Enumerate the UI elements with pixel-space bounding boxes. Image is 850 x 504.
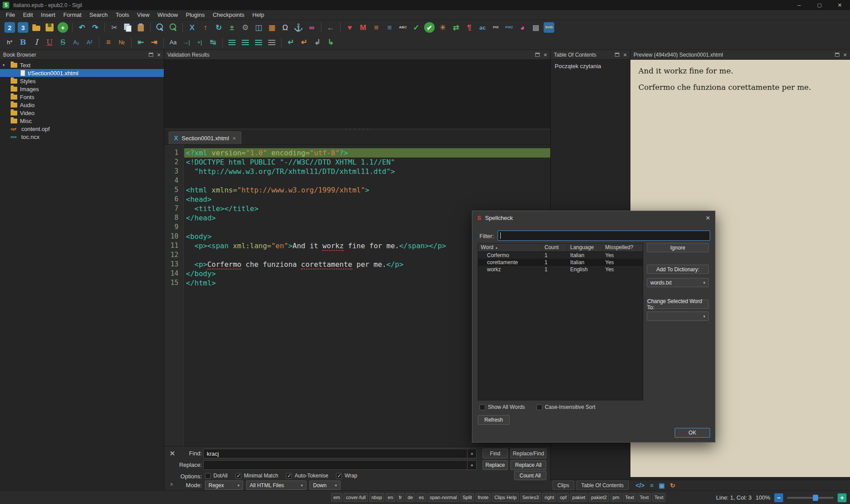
clip-button-nbsp[interactable]: nbsp bbox=[369, 493, 384, 502]
svg-icon[interactable]: SVG bbox=[544, 22, 554, 33]
checkbox-dotall[interactable]: DotAll bbox=[205, 473, 228, 479]
undock-panel-icon[interactable] bbox=[149, 53, 153, 57]
bullet-list-icon[interactable]: ≡ bbox=[102, 36, 115, 49]
checkbox-case-insensitive-sort[interactable]: Case-Insensitive Sort bbox=[537, 404, 595, 410]
zoom-slider[interactable] bbox=[787, 497, 834, 499]
mailing-list-icon[interactable]: M bbox=[357, 21, 369, 34]
menu-file[interactable]: File bbox=[2, 12, 19, 18]
clip-button-em[interactable]: em bbox=[331, 493, 342, 502]
find-history-dropdown-icon[interactable] bbox=[467, 449, 476, 458]
undo-icon[interactable]: ↶ bbox=[76, 21, 88, 34]
menu-window[interactable]: Window bbox=[154, 12, 182, 18]
undock-panel-icon[interactable] bbox=[835, 53, 839, 57]
maximize-icon[interactable] bbox=[809, 0, 830, 10]
insert-cursor-icon[interactable]: +| bbox=[193, 36, 206, 49]
wrap-return-alt-icon[interactable]: ↵ bbox=[298, 36, 310, 49]
metadata-editor-icon[interactable]: ≡ bbox=[383, 21, 396, 34]
close-panel-icon[interactable] bbox=[157, 52, 161, 58]
copy-icon[interactable] bbox=[121, 21, 134, 34]
checkbox-wrap[interactable]: Wrap bbox=[336, 473, 357, 479]
subscript-icon[interactable]: A₂ bbox=[70, 36, 82, 49]
clip-button-text[interactable]: Text bbox=[652, 493, 665, 502]
fix2-code-icon[interactable]: FIX2 bbox=[503, 21, 515, 34]
minimize-icon[interactable] bbox=[789, 0, 809, 10]
clip-button-text[interactable]: Text bbox=[638, 493, 651, 502]
find-input[interactable] bbox=[203, 449, 477, 458]
add-to-dictionary-button[interactable]: Add To Dictionary: bbox=[647, 265, 709, 274]
clip-button-right[interactable]: right bbox=[542, 493, 556, 502]
clip-button-opf[interactable]: opf bbox=[557, 493, 568, 502]
split-view-icon[interactable]: ◫ bbox=[252, 21, 265, 34]
replace-find-button[interactable]: Replace/Find bbox=[510, 449, 546, 458]
count-all-button[interactable]: Count All bbox=[514, 471, 546, 480]
replace-history-dropdown-icon[interactable] bbox=[467, 461, 476, 469]
copy-page-icon[interactable]: ▣ bbox=[659, 482, 665, 489]
book-browser-item-styles[interactable]: Styles bbox=[0, 77, 164, 85]
clip-button-fnote[interactable]: fnote bbox=[475, 493, 491, 502]
open-file-icon[interactable] bbox=[30, 21, 42, 34]
new-epub3-icon[interactable]: 3 bbox=[18, 22, 28, 33]
change-word-combo[interactable] bbox=[647, 312, 709, 321]
book-browser-item-images[interactable]: Images bbox=[0, 85, 164, 93]
clip-button-clips-help[interactable]: Clips Help bbox=[492, 493, 519, 502]
uuid-icon[interactable]: ▩ bbox=[529, 21, 542, 34]
toc-item-pocz-tek-czytania[interactable]: Początek czytania bbox=[551, 60, 630, 73]
find-replace-icon[interactable] bbox=[167, 21, 179, 34]
dock-tab-table-of-contents[interactable]: Table Of Contents bbox=[576, 481, 629, 490]
search-mode-combo[interactable]: Regex bbox=[205, 481, 243, 490]
insert-image-icon[interactable]: ▦ bbox=[266, 21, 278, 34]
save-icon[interactable] bbox=[43, 21, 56, 34]
mend-code-icon[interactable]: X bbox=[186, 21, 198, 34]
strikethrough-icon[interactable]: S bbox=[57, 36, 69, 49]
error-check-icon[interactable]: ✳ bbox=[437, 21, 449, 34]
menu-checkpoints[interactable]: Checkpoints bbox=[209, 12, 248, 18]
insert-file-icon[interactable]: ± bbox=[226, 21, 238, 34]
preferences-icon[interactable]: ⚙ bbox=[239, 21, 251, 34]
insert-link-icon[interactable]: ∞ bbox=[305, 21, 318, 34]
refresh-preview-icon[interactable]: ↻ bbox=[670, 482, 675, 489]
book-browser-item-content-opf[interactable]: opfcontent.opf bbox=[0, 125, 164, 133]
heading-icon[interactable]: h* bbox=[4, 36, 16, 49]
split-at-cursor-icon[interactable]: ↑ bbox=[199, 21, 212, 34]
ok-button[interactable]: OK bbox=[675, 428, 710, 438]
autocorrect-icon[interactable]: ac bbox=[476, 21, 489, 34]
menu-tools[interactable]: Tools bbox=[112, 12, 133, 18]
files-scope-combo[interactable]: All HTML Files bbox=[246, 481, 306, 490]
column-header-word[interactable]: Word▴ bbox=[478, 243, 542, 251]
list-view-icon[interactable]: ≡ bbox=[650, 482, 653, 489]
column-header-count[interactable]: Count bbox=[542, 243, 568, 251]
book-browser-item-t-section0001-xhtml[interactable]: t/Section0001.xhtml bbox=[0, 69, 164, 77]
ignore-button[interactable]: Ignore bbox=[647, 243, 709, 252]
underline-icon[interactable]: U bbox=[43, 36, 56, 49]
column-header-language[interactable]: Language bbox=[568, 243, 603, 251]
numbered-list-icon[interactable]: № bbox=[116, 36, 128, 49]
filter-input[interactable] bbox=[498, 231, 710, 241]
book-browser-item-audio[interactable]: Audio bbox=[0, 101, 164, 109]
align-left-icon[interactable] bbox=[226, 36, 238, 49]
outdent-icon[interactable]: ⇤ bbox=[135, 36, 147, 49]
direction-combo[interactable]: Down bbox=[309, 481, 340, 490]
column-header-misspelled[interactable]: Misspelled? bbox=[603, 243, 643, 251]
plugin-icon[interactable]: ◕ bbox=[516, 21, 529, 34]
close-panel-icon[interactable] bbox=[544, 52, 547, 58]
code-line-2[interactable]: <!DOCTYPE html PUBLIC "-//W3C//DTD XHTML… bbox=[184, 158, 550, 167]
close-dialog-icon[interactable] bbox=[706, 214, 710, 222]
clip-button-pakiet[interactable]: pakiet bbox=[570, 493, 587, 502]
find-icon[interactable] bbox=[154, 21, 166, 34]
align-right-icon[interactable] bbox=[252, 36, 265, 49]
menu-insert[interactable]: Insert bbox=[37, 12, 59, 18]
insert-id-icon[interactable]: ⚓ bbox=[292, 21, 305, 34]
close-tab-icon[interactable] bbox=[232, 135, 236, 141]
change-case-icon[interactable]: Aa bbox=[167, 36, 179, 49]
tree-expand-icon[interactable]: ▾ bbox=[3, 63, 5, 67]
book-browser-item-misc[interactable]: Misc bbox=[0, 117, 164, 125]
replace-all-button[interactable]: Replace All bbox=[510, 460, 546, 470]
menu-help[interactable]: Help bbox=[248, 12, 268, 18]
code-line-4[interactable] bbox=[184, 176, 550, 185]
validate-epub-icon[interactable]: ✔ bbox=[424, 22, 435, 33]
clip-button-es[interactable]: es bbox=[417, 493, 426, 502]
indent-icon[interactable]: ⇥ bbox=[148, 36, 160, 49]
code-view-icon[interactable]: </> bbox=[636, 482, 645, 489]
clip-button-split[interactable]: Split bbox=[460, 493, 474, 502]
book-browser-item-fonts[interactable]: Fonts bbox=[0, 93, 164, 101]
